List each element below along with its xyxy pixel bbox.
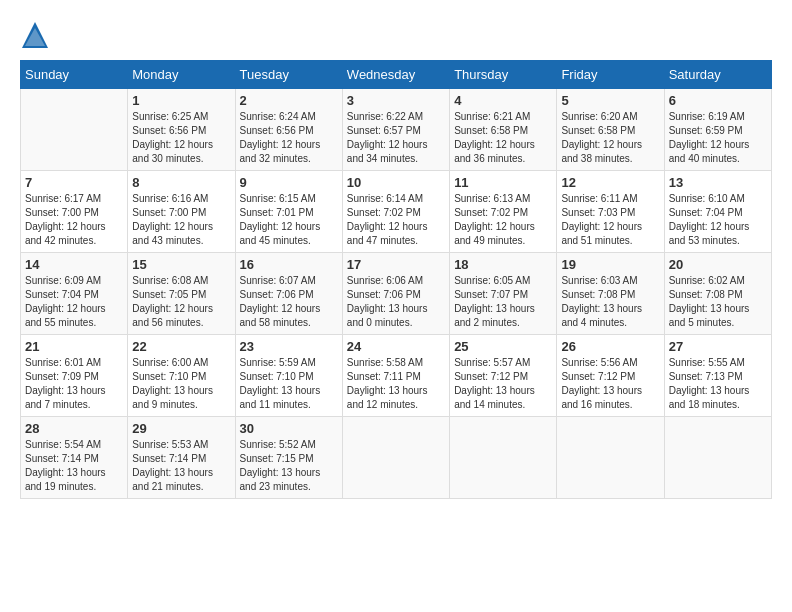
calendar-cell: 23Sunrise: 5:59 AM Sunset: 7:10 PM Dayli… [235,335,342,417]
day-number: 15 [132,257,230,272]
calendar-table: SundayMondayTuesdayWednesdayThursdayFrid… [20,60,772,499]
day-info: Sunrise: 6:09 AM Sunset: 7:04 PM Dayligh… [25,274,123,330]
calendar-cell: 24Sunrise: 5:58 AM Sunset: 7:11 PM Dayli… [342,335,449,417]
day-info: Sunrise: 6:10 AM Sunset: 7:04 PM Dayligh… [669,192,767,248]
calendar-cell: 28Sunrise: 5:54 AM Sunset: 7:14 PM Dayli… [21,417,128,499]
day-info: Sunrise: 6:07 AM Sunset: 7:06 PM Dayligh… [240,274,338,330]
day-info: Sunrise: 5:52 AM Sunset: 7:15 PM Dayligh… [240,438,338,494]
calendar-cell: 8Sunrise: 6:16 AM Sunset: 7:00 PM Daylig… [128,171,235,253]
day-number: 7 [25,175,123,190]
calendar-cell: 13Sunrise: 6:10 AM Sunset: 7:04 PM Dayli… [664,171,771,253]
calendar-cell [664,417,771,499]
day-info: Sunrise: 6:03 AM Sunset: 7:08 PM Dayligh… [561,274,659,330]
day-info: Sunrise: 6:11 AM Sunset: 7:03 PM Dayligh… [561,192,659,248]
calendar-cell: 1Sunrise: 6:25 AM Sunset: 6:56 PM Daylig… [128,89,235,171]
calendar-cell: 21Sunrise: 6:01 AM Sunset: 7:09 PM Dayli… [21,335,128,417]
calendar-cell: 11Sunrise: 6:13 AM Sunset: 7:02 PM Dayli… [450,171,557,253]
day-number: 16 [240,257,338,272]
calendar-cell: 30Sunrise: 5:52 AM Sunset: 7:15 PM Dayli… [235,417,342,499]
calendar-cell: 17Sunrise: 6:06 AM Sunset: 7:06 PM Dayli… [342,253,449,335]
day-info: Sunrise: 6:25 AM Sunset: 6:56 PM Dayligh… [132,110,230,166]
calendar-cell: 27Sunrise: 5:55 AM Sunset: 7:13 PM Dayli… [664,335,771,417]
calendar-cell: 15Sunrise: 6:08 AM Sunset: 7:05 PM Dayli… [128,253,235,335]
calendar-cell: 4Sunrise: 6:21 AM Sunset: 6:58 PM Daylig… [450,89,557,171]
calendar-cell: 9Sunrise: 6:15 AM Sunset: 7:01 PM Daylig… [235,171,342,253]
calendar-cell: 12Sunrise: 6:11 AM Sunset: 7:03 PM Dayli… [557,171,664,253]
calendar-cell: 20Sunrise: 6:02 AM Sunset: 7:08 PM Dayli… [664,253,771,335]
day-number: 11 [454,175,552,190]
day-number: 14 [25,257,123,272]
day-number: 19 [561,257,659,272]
calendar-cell: 19Sunrise: 6:03 AM Sunset: 7:08 PM Dayli… [557,253,664,335]
day-number: 29 [132,421,230,436]
day-info: Sunrise: 5:53 AM Sunset: 7:14 PM Dayligh… [132,438,230,494]
day-number: 1 [132,93,230,108]
logo [20,20,54,50]
day-info: Sunrise: 5:59 AM Sunset: 7:10 PM Dayligh… [240,356,338,412]
day-number: 21 [25,339,123,354]
day-number: 5 [561,93,659,108]
calendar-cell: 10Sunrise: 6:14 AM Sunset: 7:02 PM Dayli… [342,171,449,253]
calendar-cell: 2Sunrise: 6:24 AM Sunset: 6:56 PM Daylig… [235,89,342,171]
calendar-cell [342,417,449,499]
day-number: 28 [25,421,123,436]
day-number: 18 [454,257,552,272]
calendar-cell: 7Sunrise: 6:17 AM Sunset: 7:00 PM Daylig… [21,171,128,253]
calendar-week-2: 7Sunrise: 6:17 AM Sunset: 7:00 PM Daylig… [21,171,772,253]
day-info: Sunrise: 6:06 AM Sunset: 7:06 PM Dayligh… [347,274,445,330]
calendar-cell: 25Sunrise: 5:57 AM Sunset: 7:12 PM Dayli… [450,335,557,417]
day-info: Sunrise: 5:57 AM Sunset: 7:12 PM Dayligh… [454,356,552,412]
day-info: Sunrise: 6:21 AM Sunset: 6:58 PM Dayligh… [454,110,552,166]
day-info: Sunrise: 6:24 AM Sunset: 6:56 PM Dayligh… [240,110,338,166]
calendar-cell: 26Sunrise: 5:56 AM Sunset: 7:12 PM Dayli… [557,335,664,417]
calendar-cell: 16Sunrise: 6:07 AM Sunset: 7:06 PM Dayli… [235,253,342,335]
day-number: 17 [347,257,445,272]
day-number: 23 [240,339,338,354]
day-info: Sunrise: 6:08 AM Sunset: 7:05 PM Dayligh… [132,274,230,330]
day-info: Sunrise: 6:00 AM Sunset: 7:10 PM Dayligh… [132,356,230,412]
day-info: Sunrise: 5:58 AM Sunset: 7:11 PM Dayligh… [347,356,445,412]
calendar-header-row: SundayMondayTuesdayWednesdayThursdayFrid… [21,61,772,89]
header-saturday: Saturday [664,61,771,89]
day-info: Sunrise: 6:22 AM Sunset: 6:57 PM Dayligh… [347,110,445,166]
calendar-week-3: 14Sunrise: 6:09 AM Sunset: 7:04 PM Dayli… [21,253,772,335]
calendar-cell [450,417,557,499]
day-number: 3 [347,93,445,108]
header-monday: Monday [128,61,235,89]
calendar-cell: 5Sunrise: 6:20 AM Sunset: 6:58 PM Daylig… [557,89,664,171]
day-info: Sunrise: 6:13 AM Sunset: 7:02 PM Dayligh… [454,192,552,248]
day-info: Sunrise: 6:14 AM Sunset: 7:02 PM Dayligh… [347,192,445,248]
day-number: 27 [669,339,767,354]
day-number: 8 [132,175,230,190]
day-info: Sunrise: 6:02 AM Sunset: 7:08 PM Dayligh… [669,274,767,330]
day-number: 12 [561,175,659,190]
day-info: Sunrise: 6:19 AM Sunset: 6:59 PM Dayligh… [669,110,767,166]
day-info: Sunrise: 6:16 AM Sunset: 7:00 PM Dayligh… [132,192,230,248]
day-number: 10 [347,175,445,190]
header-friday: Friday [557,61,664,89]
calendar-cell [557,417,664,499]
header-sunday: Sunday [21,61,128,89]
day-number: 25 [454,339,552,354]
day-number: 2 [240,93,338,108]
day-number: 26 [561,339,659,354]
day-number: 9 [240,175,338,190]
header-thursday: Thursday [450,61,557,89]
calendar-week-4: 21Sunrise: 6:01 AM Sunset: 7:09 PM Dayli… [21,335,772,417]
header-tuesday: Tuesday [235,61,342,89]
day-number: 30 [240,421,338,436]
day-number: 6 [669,93,767,108]
calendar-cell: 22Sunrise: 6:00 AM Sunset: 7:10 PM Dayli… [128,335,235,417]
calendar-cell: 6Sunrise: 6:19 AM Sunset: 6:59 PM Daylig… [664,89,771,171]
day-info: Sunrise: 6:15 AM Sunset: 7:01 PM Dayligh… [240,192,338,248]
day-number: 22 [132,339,230,354]
day-info: Sunrise: 6:05 AM Sunset: 7:07 PM Dayligh… [454,274,552,330]
page-header [20,20,772,50]
day-info: Sunrise: 5:56 AM Sunset: 7:12 PM Dayligh… [561,356,659,412]
day-number: 4 [454,93,552,108]
day-info: Sunrise: 6:20 AM Sunset: 6:58 PM Dayligh… [561,110,659,166]
day-info: Sunrise: 6:17 AM Sunset: 7:00 PM Dayligh… [25,192,123,248]
calendar-week-1: 1Sunrise: 6:25 AM Sunset: 6:56 PM Daylig… [21,89,772,171]
day-info: Sunrise: 5:55 AM Sunset: 7:13 PM Dayligh… [669,356,767,412]
calendar-cell [21,89,128,171]
